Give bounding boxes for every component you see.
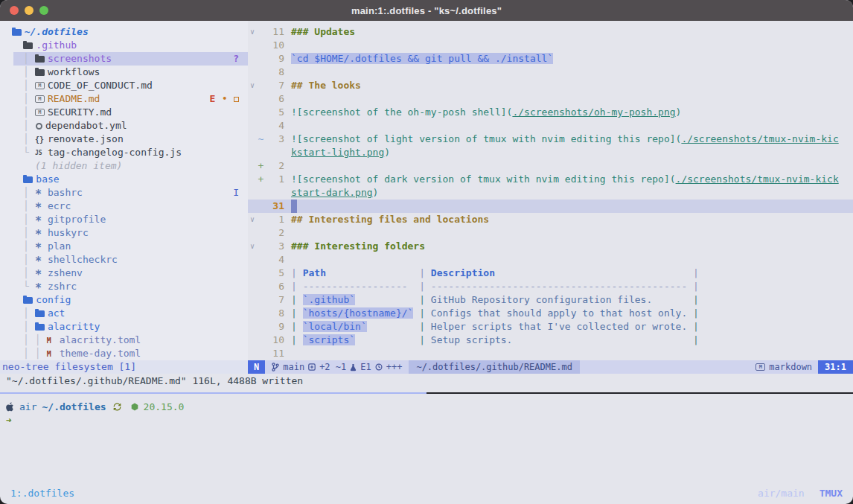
tree-item-alacritty[interactable]: │ alacritty [0,320,248,334]
editor-line[interactable]: 10 [248,39,853,52]
fold-marker: ∨ [248,213,257,226]
badge-mark: I [233,186,239,200]
tree-indent-guide: │ [0,320,35,334]
star-icon [35,186,45,200]
editor-line[interactable]: 5![screenshot of the oh-my-posh shell](.… [248,106,853,119]
editor-line[interactable]: 4 [248,253,853,267]
syntax-th: Path [303,267,326,278]
editor-wrap-line[interactable]: kstart-light.png) [248,146,853,159]
tree-item-.github[interactable]: .github [0,39,248,52]
tree-item-ecrc[interactable]: │ ecrc [0,200,248,213]
fold-marker [248,320,257,334]
editor-line[interactable]: 2 [248,226,853,240]
line-text: ### Interesting folders [284,240,425,253]
editor-line[interactable]: 9`cd $HOME/.dotfiles && git pull && ./in… [248,52,853,66]
badge-square [234,97,239,102]
editor-line[interactable]: 10| `scripts` | Setup scripts. | [248,334,853,347]
tree-item-bashrc[interactable]: │ bashrcI [0,186,248,200]
tree-item-~.dotfiles[interactable]: ~/.dotfiles [0,25,248,39]
editor-wrap-line[interactable]: start-dark.png) [248,186,853,200]
tree-item-screenshots[interactable]: │ screenshots? [0,52,248,66]
line-number: 4 [265,119,284,133]
line-text: | `.github` | GitHub Repository configur… [284,293,699,307]
tree-item-base[interactable]: base [0,173,248,186]
line-text: ### Updates [284,25,355,39]
tree-label: alacritty.toml [60,334,141,347]
tree-item-plan[interactable]: │ plan [0,240,248,253]
tree-indent-guide: │ [0,213,35,226]
tree-item-zshenv[interactable]: │ zshenv [0,267,248,280]
tree-item-renovate.json[interactable]: │ renovate.json [0,133,248,146]
tree-item-readme.md[interactable]: │ README.mdE• [0,92,248,106]
tree-item-zshrc[interactable]: └ zshrc [0,280,248,293]
editor-line[interactable]: +2 [248,159,853,173]
fold-marker [248,133,257,146]
vim-pane: ~/.dotfiles .github │ screenshots? │ wor… [0,21,853,360]
prompt-input-line[interactable]: ➜ [6,413,853,427]
syntax-plain [326,267,419,278]
syntax-pipe: | [693,281,699,292]
minimize-button[interactable] [25,6,33,15]
tree-item-alacritty.toml[interactable]: │ │ alacritty.toml [0,334,248,347]
syntax-td: Helper scripts that I've collected or wr… [431,321,687,332]
editor-line[interactable]: 11 [248,347,853,360]
editor-line[interactable]: 6 [248,92,853,106]
markdown-icon [35,109,45,116]
fold-marker [248,66,257,79]
git-sign [257,66,265,79]
tree-item-shellcheckrc[interactable]: │ shellcheckrc [0,253,248,267]
editor-line[interactable]: 8 [248,66,853,79]
editor-line[interactable]: ~3![screenshot of light version of tmux … [248,133,853,146]
folder-icon [23,42,33,49]
tree-label: ~/.dotfiles [25,25,89,39]
editor-line[interactable]: ∨ 1## Interesting files and locations [248,213,853,226]
tree-item-act[interactable]: │ act [0,307,248,320]
close-button[interactable] [10,6,19,15]
tree-label: (1 hidden item) [35,159,122,173]
star-icon [35,200,45,213]
editor-cursor-line[interactable]: 31 [248,200,853,213]
syntax-md: ) [384,147,390,158]
tree-indent-guide: └ [0,146,35,159]
tree-item-theme-day.toml[interactable]: │ │ theme-day.toml [0,347,248,360]
tmux-window-tab[interactable]: 1:.dotfiles [10,488,74,499]
tree-item-config[interactable]: config [0,293,248,307]
tree-item-codeofconduct.md[interactable]: │ CODE_OF_CONDUCT.md [0,79,248,92]
tree-item-dependabot.yml[interactable]: │ dependabot.yml [0,119,248,133]
tree-indent-guide: └ [0,280,35,293]
editor-line[interactable]: +1![screenshot of dark version of tmux w… [248,173,853,186]
status-row: neo-tree filesystem [1] N main +2 ~1 E1 … [0,360,853,374]
prompt-host: air [19,401,36,412]
editor-line[interactable]: 9| `local/bin` | Helper scripts that I'v… [248,320,853,334]
editor-line[interactable]: ∨ 11### Updates [248,25,853,39]
folder-icon [23,176,33,183]
tree-item-workflows[interactable]: │ workflows [0,66,248,79]
folder-icon [35,324,45,331]
tree-indent-guide [0,25,12,39]
editor-line[interactable]: ∨ 3### Interesting folders [248,240,853,253]
tree-item-gitprofile[interactable]: │ gitprofile [0,213,248,226]
editor-pane[interactable]: ∨ 11### Updates 10 9`cd $HOME/.dotfiles … [248,21,853,360]
fold-marker [248,52,257,66]
line-text [284,253,291,267]
fold-marker [248,186,257,200]
editor-line[interactable]: 7| `.github` | GitHub Repository configu… [248,293,853,307]
editor-line[interactable]: 8| `hosts/{hostname}/` | Configs that sh… [248,307,853,320]
editor-line[interactable]: ∨ 7## The looks [248,79,853,92]
syntax-tpipe: | [291,334,303,345]
tree-item-huskyrc[interactable]: │ huskyrc [0,226,248,240]
editor-line[interactable]: 6| ------------------ | ----------------… [248,280,853,293]
editor-line[interactable]: 4 [248,119,853,133]
tree-label: CODE_OF_CONDUCT.md [48,79,153,92]
syntax-link: kstart-light.png [291,147,384,158]
shell-pane[interactable]: air ~/.dotfiles 20.15.0 ➜ [0,394,853,482]
tree-item-1hiddenitem[interactable]: (1 hidden item) [0,159,248,173]
apple-icon [6,402,14,412]
zoom-button[interactable] [39,6,48,15]
syntax-md: ) [373,187,379,198]
tree-item-security.md[interactable]: │ SECURITY.md [0,106,248,119]
editor-line[interactable]: 5| Path | Description | [248,267,853,280]
git-status-badges: E• [203,92,248,106]
tree-item-tag-changelog-config.js[interactable]: └ tag-changelog-config.js [0,146,248,159]
git-sign [257,92,265,106]
